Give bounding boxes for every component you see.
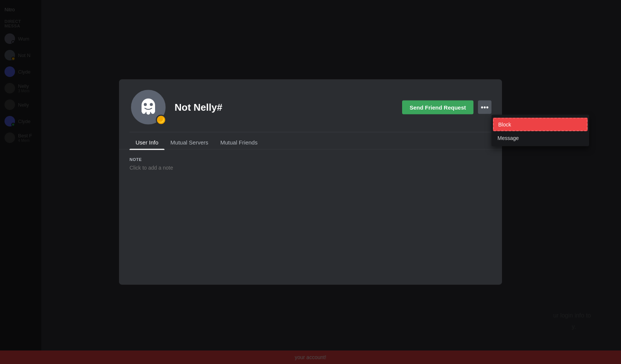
more-options-button[interactable]: •••	[478, 101, 491, 114]
block-menu-item[interactable]: Block	[493, 118, 588, 131]
modal-content: NOTE	[119, 150, 502, 285]
profile-tabs: User Info Mutual Servers Mutual Friends	[119, 135, 502, 149]
note-input[interactable]	[130, 165, 491, 171]
user-display-name: Not Nelly#	[175, 101, 395, 113]
more-dots-icon: •••	[481, 103, 488, 111]
header-divider	[130, 132, 491, 132]
tab-mutual-servers[interactable]: Mutual Servers	[164, 135, 214, 149]
more-options-container: ••• Block Message	[478, 101, 491, 114]
username-text: Not Nelly	[175, 101, 217, 113]
note-label: NOTE	[130, 157, 491, 162]
header-actions: Send Friend Request ••• Block Message	[402, 100, 491, 114]
svg-point-7	[151, 110, 155, 114]
svg-point-5	[142, 110, 146, 114]
message-menu-item[interactable]: Message	[491, 132, 589, 144]
svg-point-4	[150, 103, 153, 106]
profile-modal: 🌙 Not Nelly# Send Friend Request ••• Blo…	[119, 80, 502, 285]
user-name-area: Not Nelly#	[175, 101, 395, 113]
tab-user-info[interactable]: User Info	[130, 135, 164, 149]
avatar-moon-badge: 🌙	[156, 115, 166, 125]
svg-point-6	[146, 111, 150, 115]
discriminator-text: #	[217, 101, 222, 113]
tab-mutual-friends[interactable]: Mutual Friends	[214, 135, 264, 149]
modal-header: 🌙 Not Nelly# Send Friend Request ••• Blo…	[119, 80, 502, 126]
avatar-container: 🌙	[130, 89, 167, 126]
svg-point-3	[144, 103, 147, 106]
send-friend-request-button[interactable]: Send Friend Request	[402, 100, 473, 114]
dropdown-menu: Block Message	[491, 115, 589, 146]
